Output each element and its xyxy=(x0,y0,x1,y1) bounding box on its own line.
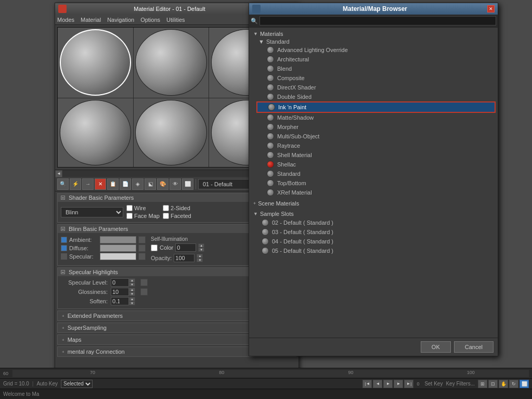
glossiness-map-btn[interactable] xyxy=(140,288,148,295)
maximize-viewport-btn[interactable]: ⬜ xyxy=(520,380,529,388)
wire-checkbox[interactable] xyxy=(126,205,133,211)
browser-item-shellac[interactable]: Shellac xyxy=(256,160,496,169)
nav-prev-key[interactable]: |◄ xyxy=(362,380,372,388)
facemap-checkbox[interactable] xyxy=(126,213,133,219)
nav-next-key[interactable]: ►| xyxy=(404,380,413,388)
background-btn[interactable]: ⬜ xyxy=(182,178,193,190)
selected-dropdown[interactable]: Selected xyxy=(61,380,93,388)
soften-input[interactable] xyxy=(111,297,129,305)
shell-label: Shell Material xyxy=(277,152,312,158)
sample-slot-item-04[interactable]: 04 - Default ( Standard ) xyxy=(251,237,496,246)
diffuse-color-swatch[interactable] xyxy=(100,244,136,252)
browser-item-double-sided[interactable]: Double Sided xyxy=(256,92,496,101)
faceted-checkbox[interactable] xyxy=(163,213,169,219)
self-illum-down[interactable]: ▼ xyxy=(198,248,204,252)
spec-level-input[interactable] xyxy=(111,278,129,287)
soften-down[interactable]: ▼ xyxy=(129,301,135,305)
browser-item-ink-n-paint[interactable]: Ink 'n Paint xyxy=(256,101,496,113)
self-illum-value[interactable] xyxy=(175,243,196,252)
specular-map-btn[interactable] xyxy=(138,253,146,260)
zoom-extents-btn[interactable]: ⊞ xyxy=(478,380,487,388)
sample-slot-item-02[interactable]: 02 - Default ( Standard ) xyxy=(251,218,496,227)
browser-item-xref[interactable]: XRef Material xyxy=(256,188,496,197)
assign-to-selection-btn[interactable]: → xyxy=(82,178,94,190)
paste-btn[interactable]: 📄 xyxy=(120,178,131,190)
color-checkbox[interactable] xyxy=(151,244,158,251)
browser-item-multi-sub[interactable]: Multi/Sub-Object xyxy=(256,132,496,141)
ambient-color-swatch[interactable] xyxy=(100,236,136,243)
self-illum-row: Color ▲ ▼ xyxy=(151,243,204,252)
browser-item-shell[interactable]: Shell Material xyxy=(256,150,496,160)
material-effects-btn[interactable]: 🎨 xyxy=(157,178,168,190)
opacity-input[interactable] xyxy=(174,254,194,262)
browser-item-architectural[interactable]: Architectural xyxy=(256,55,496,64)
spec-level-down[interactable]: ▼ xyxy=(129,282,135,287)
glossiness-input[interactable] xyxy=(111,288,129,296)
materials-section-header[interactable]: ▼ Materials xyxy=(251,30,496,38)
diffuse-map-btn[interactable] xyxy=(138,244,146,252)
browser-item-composite[interactable]: Composite xyxy=(256,73,496,83)
copy-btn[interactable]: 📋 xyxy=(107,178,119,190)
sample-slot-2[interactable] xyxy=(134,28,209,98)
extended-params-label: Extended Parameters xyxy=(68,313,123,319)
self-illum-up[interactable]: ▲ xyxy=(198,243,204,248)
nav-next-frame[interactable]: ► xyxy=(394,380,403,388)
pan-btn[interactable]: ✋ xyxy=(499,380,508,388)
sample-slot-1[interactable] xyxy=(58,28,133,98)
scene-materials-header[interactable]: + Scene Materials xyxy=(251,199,496,208)
navigation-menu[interactable]: Navigation xyxy=(107,17,134,23)
opacity-down[interactable]: ▼ xyxy=(197,258,203,262)
browser-item-blend[interactable]: Blend xyxy=(256,64,496,73)
sample-slot-item-03[interactable]: 03 - Default ( Standard ) xyxy=(251,227,496,237)
make-unique-btn[interactable]: ◈ xyxy=(132,178,144,190)
material-menu[interactable]: Material xyxy=(81,17,101,23)
nav-prev-frame[interactable]: ◄ xyxy=(373,380,382,388)
browser-search-input[interactable] xyxy=(259,16,496,25)
glossiness-up[interactable]: ▲ xyxy=(129,288,135,292)
ok-button[interactable]: OK xyxy=(421,341,451,353)
reset-map-btn[interactable]: ✕ xyxy=(95,178,106,190)
browser-item-advanced-lighting[interactable]: Advanced Lighting Override xyxy=(256,45,496,55)
browser-item-matte-shadow[interactable]: Matte/Shadow xyxy=(256,113,496,122)
browser-item-standard[interactable]: Standard xyxy=(256,169,496,178)
pick-material-btn[interactable]: 🔍 xyxy=(57,178,69,190)
spec-level-up[interactable]: ▲ xyxy=(129,278,135,282)
soften-up[interactable]: ▲ xyxy=(129,297,135,301)
soften-spinner: ▲ ▼ xyxy=(111,297,135,305)
shader-basic-params-label: Shader Basic Parameters xyxy=(69,195,134,201)
diffuse-row: Diffuse: xyxy=(61,244,146,252)
ambient-map-btn[interactable] xyxy=(138,236,146,243)
browser-item-top-bottom[interactable]: Top/Bottom xyxy=(256,178,496,188)
cancel-button[interactable]: Cancel xyxy=(454,341,494,353)
diffuse-copy-btn[interactable] xyxy=(61,245,67,251)
browser-item-raytrace[interactable]: Raytrace xyxy=(256,141,496,150)
modes-menu[interactable]: Modes xyxy=(57,17,74,23)
shader-type-select[interactable]: Blinn xyxy=(61,207,123,217)
nav-play[interactable]: ► xyxy=(383,380,393,388)
zoom-region-btn[interactable]: ⊡ xyxy=(488,380,498,388)
select-by-mat-btn[interactable]: ⬕ xyxy=(145,178,156,190)
material-name-select[interactable]: 01 - Default xyxy=(198,179,256,189)
sample-slots-header[interactable]: ▼ Sample Slots xyxy=(251,210,496,218)
get-from-scene-btn[interactable]: ⚡ xyxy=(70,178,81,190)
orbit-btn[interactable]: ↻ xyxy=(509,380,518,388)
scroll-left-btn[interactable]: ◄ xyxy=(55,170,62,177)
sample-slot-4[interactable] xyxy=(58,98,133,168)
show-in-viewport-btn[interactable]: 👁 xyxy=(170,178,181,190)
glossiness-down[interactable]: ▼ xyxy=(129,292,135,296)
browser-item-morpher[interactable]: Morpher xyxy=(256,122,496,132)
standard-header[interactable]: ▼ Standard xyxy=(256,38,496,45)
sample-slot-5[interactable] xyxy=(134,98,209,168)
opacity-up[interactable]: ▲ xyxy=(197,254,203,258)
sided-checkbox[interactable] xyxy=(163,205,169,211)
browser-item-directx[interactable]: DirectX Shader xyxy=(256,83,496,92)
timeline-track[interactable]: 70 80 90 100 xyxy=(12,370,529,377)
utilities-menu[interactable]: Utilities xyxy=(166,17,185,23)
standard-arrow-icon: ▼ xyxy=(258,38,264,45)
specular-color-swatch[interactable] xyxy=(100,253,136,260)
map-browser-close-button[interactable]: ✕ xyxy=(487,5,495,12)
sample-slot-item-05[interactable]: 05 - Default ( Standard ) xyxy=(251,246,496,255)
options-menu[interactable]: Options xyxy=(140,17,160,23)
ambient-copy-btn[interactable] xyxy=(61,237,67,243)
spec-level-map-btn[interactable] xyxy=(140,279,148,286)
